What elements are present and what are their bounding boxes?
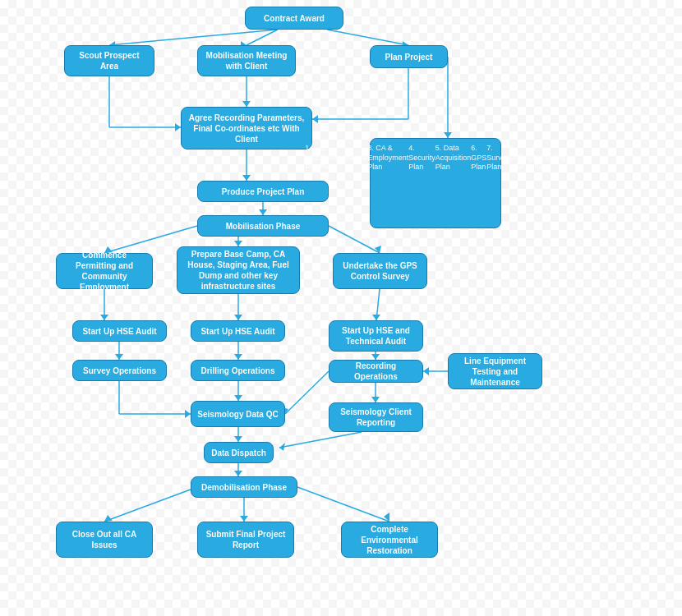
svg-marker-40 xyxy=(185,410,191,418)
flowbox-lineequip: Line Equipment Testing and Maintenance xyxy=(448,353,542,389)
svg-line-2 xyxy=(247,30,278,45)
flowbox-agree: Agree Recording Parameters, Final Co-ord… xyxy=(181,107,312,149)
svg-marker-10 xyxy=(242,101,251,107)
svg-marker-33 xyxy=(115,354,123,360)
flowbox-plan: Plan Project xyxy=(370,45,448,68)
flowbox-startup2: Start Up HSE Audit xyxy=(191,320,285,342)
svg-marker-19 xyxy=(259,209,267,215)
svg-line-55 xyxy=(104,487,197,522)
svg-marker-48 xyxy=(423,367,429,375)
svg-marker-35 xyxy=(234,354,242,360)
svg-line-0 xyxy=(109,30,278,45)
flowbox-planlist: 1. HSE Plan2. Environmental Plan3. CA & … xyxy=(370,138,501,228)
svg-marker-37 xyxy=(371,354,380,360)
svg-line-4 xyxy=(327,30,408,45)
svg-line-24 xyxy=(329,226,380,253)
flowbox-mobilisation: Mobilisation Meeting with Client xyxy=(197,45,296,76)
svg-marker-58 xyxy=(240,516,248,522)
flowbox-seismoclient: Seismology Client Reporting xyxy=(329,402,423,432)
svg-marker-52 xyxy=(279,443,285,451)
flowbox-complete: Complete Environmental Restoration xyxy=(341,522,438,558)
flowbox-dispatch: Data Dispatch xyxy=(204,442,274,463)
svg-marker-60 xyxy=(384,513,389,522)
flowbox-recording: Recording Operations xyxy=(329,360,423,383)
svg-marker-31 xyxy=(372,315,380,320)
svg-marker-25 xyxy=(375,246,381,253)
flowbox-closeout: Close Out all CA Issues xyxy=(56,522,153,558)
flowbox-survey: Survey Operations xyxy=(72,360,167,381)
svg-marker-42 xyxy=(234,395,242,401)
flowbox-scout: Scout Prospect Area xyxy=(64,45,154,76)
flowbox-prepare: Prepare Base Camp, CA House, Staging Are… xyxy=(177,246,300,294)
flowbox-startup3: Start Up HSE and Technical Audit xyxy=(329,320,423,352)
flowbox-startup1: Start Up HSE Audit xyxy=(72,320,167,342)
svg-marker-8 xyxy=(175,123,181,131)
svg-marker-15 xyxy=(444,132,452,138)
flowbox-undertake: Undertake the GPS Control Survey xyxy=(333,253,427,289)
svg-marker-46 xyxy=(371,397,380,402)
flowbox-demob: Demobilisation Phase xyxy=(191,476,297,498)
svg-marker-50 xyxy=(234,436,242,442)
svg-line-51 xyxy=(279,432,362,448)
flowbox-mobilphase: Mobilisation Phase xyxy=(197,215,329,237)
svg-line-43 xyxy=(285,371,329,414)
flowbox-contract: Contract Award xyxy=(245,7,343,30)
svg-marker-23 xyxy=(234,241,242,246)
flowbox-commence: Commence Permitting and Community Employ… xyxy=(56,253,153,289)
svg-marker-27 xyxy=(100,315,108,320)
svg-line-59 xyxy=(297,487,389,522)
flowbox-seismoqc: Seismology Data QC xyxy=(191,401,285,427)
svg-marker-17 xyxy=(242,175,251,181)
svg-marker-29 xyxy=(234,315,242,320)
svg-line-30 xyxy=(376,289,380,320)
diagram-container: Contract AwardScout Prospect AreaMobilis… xyxy=(0,0,682,616)
flowbox-submit: Submit Final Project Report xyxy=(197,522,294,558)
flowbox-produce: Produce Project Plan xyxy=(197,181,329,202)
flowbox-drilling: Drilling Operations xyxy=(191,360,285,381)
svg-marker-56 xyxy=(104,515,113,522)
svg-marker-13 xyxy=(312,115,318,123)
svg-marker-54 xyxy=(234,471,242,476)
